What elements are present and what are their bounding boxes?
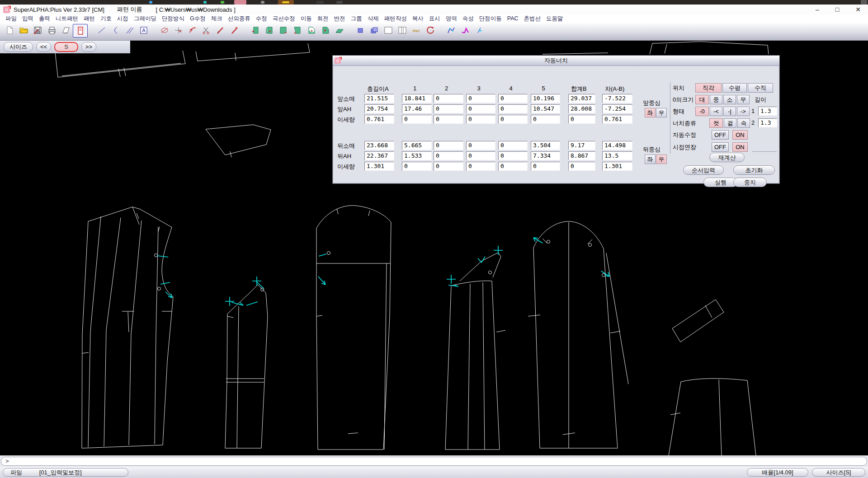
measure-field[interactable]: 0 [568,115,595,124]
o-size-option[interactable]: 소 [723,95,736,104]
measure-field[interactable]: -7.522 [602,94,632,103]
rotate-corner-icon[interactable] [276,24,290,37]
pattern-piece[interactable] [528,221,628,448]
pattern-sheet-icon[interactable] [73,24,88,37]
measure-field[interactable]: 0 [498,104,528,113]
measure-field[interactable]: 3.504 [531,141,560,150]
trace-pen-alt-icon[interactable] [227,24,241,37]
menu-item[interactable]: 파일 [3,15,19,23]
command-input[interactable]: > [1,457,867,466]
menu-item[interactable]: PAC [505,15,521,22]
menu-item[interactable]: 이동 [298,15,315,23]
measure-arrow-icon[interactable] [185,24,199,37]
menu-item[interactable]: 반전 [331,15,348,23]
seam-ext-option[interactable]: ON [732,142,748,152]
menu-item[interactable]: 시접 [114,15,131,23]
back-center-option[interactable]: 우 [656,155,667,164]
order-input-button[interactable]: 순서입력 [683,165,724,175]
position-option[interactable]: 수직 [748,83,773,93]
recalculate-button[interactable]: 재계산 [709,153,745,162]
fold-pattern-icon[interactable] [248,24,262,37]
notch-type-option[interactable]: 겉 [724,118,736,128]
menu-item[interactable]: 곡선수정 [270,15,298,23]
new-pattern-icon[interactable] [3,24,17,37]
measure-field[interactable]: 7.334 [531,151,560,160]
rotate-piece-icon[interactable] [423,24,437,37]
measure-field[interactable]: 0 [466,94,495,103]
size-current-button[interactable]: S [54,42,78,52]
shape-option[interactable]: -< [710,107,722,116]
menu-item[interactable]: 기호 [98,15,114,23]
measure-field[interactable]: 1.301 [364,162,394,171]
position-option[interactable]: 수평 [722,83,747,93]
measure-field[interactable]: 21.515 [364,94,394,103]
maximize-button[interactable]: □ [835,6,839,13]
front-center-option[interactable]: 좌 [645,108,656,117]
shape-option[interactable]: -0 [695,107,709,116]
menu-item[interactable]: 도움말 [543,15,566,23]
shape-option[interactable]: -| [723,107,736,116]
seam-allowance-icon[interactable] [304,24,318,37]
front-center-option[interactable]: 우 [656,108,667,117]
menu-item[interactable]: 촌법선 [521,15,544,23]
mirror-corner-icon[interactable] [290,24,304,37]
duplicate-piece-icon[interactable] [367,24,381,37]
measure-field[interactable]: 5.665 [402,141,432,150]
measure-field[interactable]: 0 [531,115,560,124]
measure-field[interactable]: 0 [434,141,463,150]
position-option[interactable]: 직각 [695,83,722,93]
menu-item[interactable]: 영역 [443,15,460,23]
flatten-piece-icon[interactable] [332,24,346,37]
notch-mark-icon[interactable] [472,24,486,37]
measure-field[interactable]: 13.5 [602,151,632,160]
pac-export-icon[interactable]: PAC [409,24,423,37]
menu-item[interactable]: 표시 [426,15,443,23]
draw-curve-icon[interactable] [108,24,123,37]
size-label-button[interactable]: 사이즈 [4,42,33,52]
seam-ext-option[interactable]: OFF [712,142,729,152]
pattern-piece[interactable] [669,379,756,455]
measure-field[interactable]: 0 [466,104,495,113]
notch-type-option[interactable]: 속 [737,118,750,128]
run-button[interactable]: 실행 [703,178,738,187]
measure-field[interactable]: 10.196 [531,94,560,103]
stop-button[interactable]: 중지 [733,178,767,187]
menu-item[interactable]: 패턴작성 [382,15,410,23]
menu-item[interactable]: 체크 [208,15,225,23]
length-field[interactable]: 1.3 [758,107,777,116]
o-size-option[interactable]: 무 [737,95,750,104]
measure-field[interactable]: 1.533 [402,151,432,160]
measure-field[interactable]: 0 [498,115,528,124]
menu-item[interactable]: 단점이동 [476,15,505,23]
print-icon[interactable] [45,24,59,37]
move-point-icon[interactable] [171,24,185,37]
pattern-piece[interactable] [445,253,505,450]
drawing-canvas[interactable]: 사이즈 << S >> α 자동너치 길이 재계산 순서입력 초기화 실행 중지… [0,41,868,455]
plotter-icon[interactable] [59,24,73,37]
menu-item[interactable]: 단점방식 [159,15,187,23]
menu-item[interactable]: 회전 [315,15,331,23]
measure-field[interactable]: 0 [466,151,495,160]
length-field[interactable]: 1.3 [758,118,777,127]
measure-field[interactable]: 0 [434,104,463,113]
title-bar[interactable]: α SuperALPHA:Plus Ver 2.33r7 [CM] 패턴 이름 … [0,5,868,15]
measure-field[interactable]: 0 [466,162,495,171]
measure-field[interactable]: 0 [466,115,495,124]
measure-field[interactable]: 18.841 [402,94,432,103]
measure-field[interactable]: 0 [434,162,463,171]
copy-piece-icon[interactable] [353,24,367,37]
unfold-pattern-icon[interactable] [262,24,276,37]
measure-field[interactable]: 0 [434,151,463,160]
menu-item[interactable]: 그레이딩 [131,15,159,23]
pattern-piece[interactable] [225,285,268,448]
text-input-icon[interactable]: A [137,24,151,37]
menu-item[interactable]: 선의종류 [225,15,253,23]
cut-line-icon[interactable] [199,24,213,37]
auto-fix-option[interactable]: ON [732,130,748,140]
size-status-button[interactable]: 사이즈[S] [812,468,865,477]
measure-field[interactable]: 0 [498,94,528,103]
reset-button[interactable]: 초기화 [733,165,775,175]
dialog-title-bar[interactable]: α 자동너치 [333,56,779,66]
menu-item[interactable]: 그룹 [348,15,365,23]
draw-line-icon[interactable] [94,24,108,37]
